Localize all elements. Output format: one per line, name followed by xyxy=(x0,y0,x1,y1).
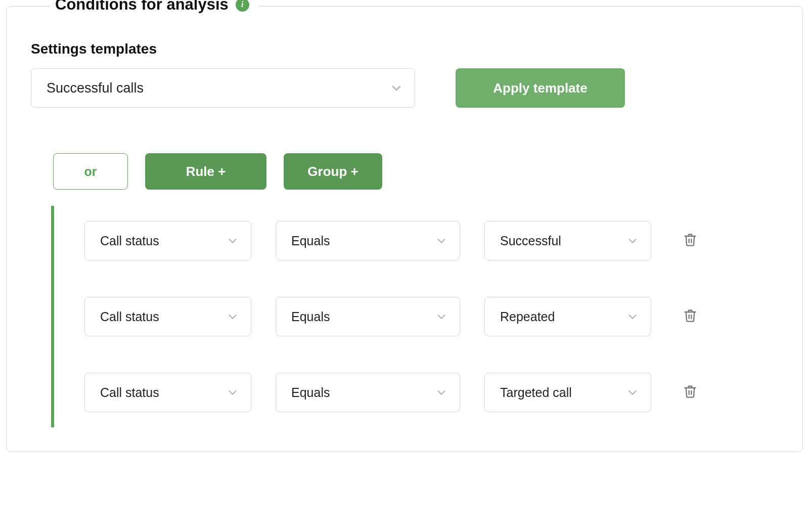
chevron-down-icon xyxy=(435,311,447,323)
chevron-down-icon xyxy=(626,235,639,247)
rule-row: Call status Equals Successful xyxy=(84,221,778,260)
rule-operator-value: Equals xyxy=(291,385,330,400)
delete-rule-button[interactable] xyxy=(682,232,699,249)
or-button[interactable]: or xyxy=(53,153,128,190)
rule-operator-select[interactable]: Equals xyxy=(276,221,460,260)
rule-row: Call status Equals Targeted call xyxy=(84,373,778,412)
rule-value-select[interactable]: Repeated xyxy=(484,297,651,336)
panel-title: Conditions for analysis xyxy=(55,0,229,14)
rule-value-value: Successful xyxy=(500,234,561,248)
add-rule-button[interactable]: Rule + xyxy=(145,153,266,190)
rules-toolbar: or Rule + Group + xyxy=(53,153,778,190)
rule-operator-value: Equals xyxy=(291,309,330,324)
rule-row: Call status Equals Repeated xyxy=(84,297,778,336)
rule-field-select[interactable]: Call status xyxy=(84,373,251,412)
template-select-value: Successful calls xyxy=(47,80,144,96)
rule-field-select[interactable]: Call status xyxy=(84,297,251,336)
rule-value-value: Targeted call xyxy=(500,385,572,400)
rule-value-value: Repeated xyxy=(500,309,555,324)
trash-icon xyxy=(683,384,697,401)
panel-legend: Conditions for analysis i xyxy=(50,0,258,14)
chevron-down-icon xyxy=(227,235,239,247)
info-icon[interactable]: i xyxy=(236,0,249,12)
rule-value-select[interactable]: Targeted call xyxy=(484,373,651,412)
rule-value-select[interactable]: Successful xyxy=(484,221,651,260)
conditions-panel: Conditions for analysis i Settings templ… xyxy=(6,6,803,452)
template-select[interactable]: Successful calls xyxy=(31,68,415,108)
delete-rule-button[interactable] xyxy=(682,384,699,401)
chevron-down-icon xyxy=(626,386,639,398)
rule-field-select[interactable]: Call status xyxy=(84,221,251,260)
templates-heading: Settings templates xyxy=(31,41,778,57)
chevron-down-icon xyxy=(435,386,447,398)
apply-template-button[interactable]: Apply template xyxy=(456,68,625,108)
rule-operator-select[interactable]: Equals xyxy=(276,297,460,336)
rule-operator-select[interactable]: Equals xyxy=(276,373,460,412)
rules-group: Call status Equals Successful xyxy=(51,206,778,427)
rule-field-value: Call status xyxy=(100,385,159,400)
add-group-button[interactable]: Group + xyxy=(284,153,382,190)
chevron-down-icon xyxy=(227,386,239,398)
rule-operator-value: Equals xyxy=(291,234,330,248)
chevron-down-icon xyxy=(227,311,239,323)
trash-icon xyxy=(683,233,697,249)
chevron-down-icon xyxy=(390,82,402,94)
delete-rule-button[interactable] xyxy=(682,308,699,325)
template-row: Successful calls Apply template xyxy=(31,68,778,108)
rule-field-value: Call status xyxy=(100,234,159,248)
chevron-down-icon xyxy=(626,311,639,323)
chevron-down-icon xyxy=(435,235,447,247)
rule-field-value: Call status xyxy=(100,309,159,324)
trash-icon xyxy=(683,308,697,325)
